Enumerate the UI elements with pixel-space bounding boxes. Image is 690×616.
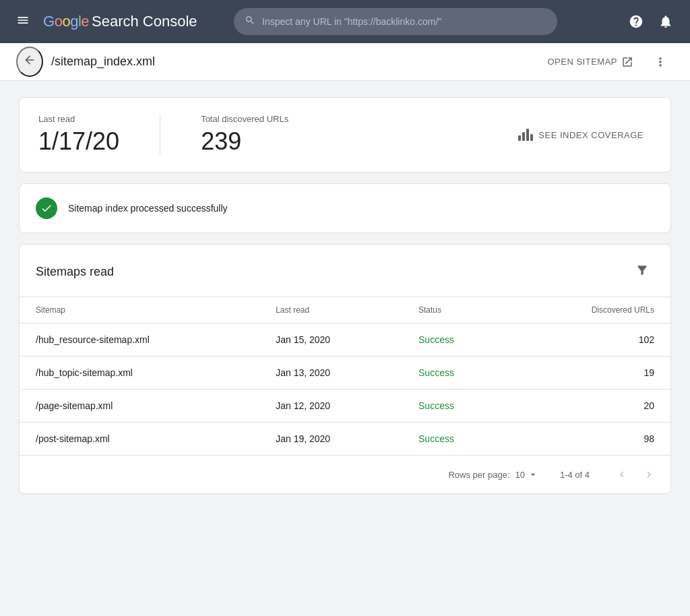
open-sitemap-label: OPEN SITEMAP (547, 57, 617, 67)
sitemaps-title: Sitemaps read (36, 265, 114, 279)
success-message: Sitemap index processed successfully (68, 203, 228, 214)
logo-google-text: Google (43, 13, 89, 30)
status-cell: Success (402, 324, 514, 357)
back-button[interactable] (16, 47, 43, 77)
page-info: 1-4 of 4 (555, 470, 595, 480)
chart-icon (518, 129, 533, 141)
app-logo: Google Search Console (43, 13, 197, 30)
discovered-urls-cell: 102 (514, 324, 670, 357)
col-discovered-urls: Discovered URLs (514, 297, 670, 324)
breadcrumb-actions: OPEN SITEMAP (539, 49, 674, 75)
rows-per-page: Rows per page: 10 (448, 469, 538, 480)
logo-sc-text: Search Console (92, 13, 197, 30)
success-card: Sitemap index processed successfully (19, 183, 671, 233)
table-row[interactable]: /hub_topic-sitemap.xml Jan 13, 2020 Succ… (20, 357, 670, 390)
status-cell: Success (402, 357, 514, 390)
last-read-label: Last read (38, 114, 119, 124)
rows-per-page-label: Rows per page: (448, 470, 509, 480)
table-row[interactable]: /hub_resource-sitemap.xml Jan 15, 2020 S… (20, 324, 670, 357)
sitemap-cell: /page-sitemap.xml (20, 390, 259, 423)
stats-card: Last read 1/17/20 Total discovered URLs … (19, 97, 671, 173)
prev-page-button (611, 464, 633, 485)
total-urls-value: 239 (201, 127, 288, 156)
col-last-read: Last read (259, 297, 402, 324)
rows-per-page-value: 10 (515, 470, 525, 480)
nav-icons (623, 8, 679, 35)
top-nav: Google Search Console (0, 0, 690, 43)
discovered-urls-cell: 20 (514, 390, 670, 423)
filter-button[interactable] (630, 258, 654, 286)
last-read-value: 1/17/20 (38, 127, 119, 156)
sitemaps-header: Sitemaps read (20, 245, 670, 297)
status-cell: Success (402, 390, 514, 423)
table-row[interactable]: /post-sitemap.xml Jan 19, 2020 Success 9… (20, 423, 670, 456)
hamburger-menu[interactable] (11, 8, 35, 36)
search-icon (245, 15, 255, 28)
notifications-button[interactable] (652, 8, 679, 35)
page-title: /sitemap_index.xml (51, 55, 155, 69)
col-sitemap: Sitemap (20, 297, 259, 324)
last-read-cell: Jan 15, 2020 (259, 324, 402, 357)
sitemaps-table-body: /hub_resource-sitemap.xml Jan 15, 2020 S… (20, 324, 670, 456)
col-status: Status (402, 297, 514, 324)
table-row[interactable]: /page-sitemap.xml Jan 12, 2020 Success 2… (20, 390, 670, 423)
last-read-stat: Last read 1/17/20 (38, 114, 119, 156)
last-read-cell: Jan 13, 2020 (259, 357, 402, 390)
open-sitemap-button[interactable]: OPEN SITEMAP (539, 51, 641, 73)
total-urls-label: Total discovered URLs (201, 114, 288, 124)
sitemap-cell: /hub_topic-sitemap.xml (20, 357, 259, 390)
discovered-urls-cell: 19 (514, 357, 670, 390)
stats-divider (160, 115, 160, 155)
rows-per-page-select[interactable]: 10 (515, 469, 538, 480)
sitemaps-card: Sitemaps read Sitemap Last read Status D… (19, 244, 671, 494)
next-page-button (638, 464, 660, 485)
last-read-cell: Jan 19, 2020 (259, 423, 402, 456)
page-navigation (611, 464, 660, 485)
see-coverage-label: SEE INDEX COVERAGE (538, 130, 644, 140)
success-icon (36, 197, 57, 219)
sitemap-cell: /hub_resource-sitemap.xml (20, 324, 259, 357)
more-options-button[interactable] (647, 49, 674, 75)
pagination: Rows per page: 10 1-4 of 4 (20, 455, 670, 493)
url-search-input[interactable] (262, 16, 546, 27)
breadcrumb-bar: /sitemap_index.xml OPEN SITEMAP (0, 43, 690, 81)
help-button[interactable] (623, 8, 650, 35)
see-index-coverage-button[interactable]: SEE INDEX COVERAGE (510, 123, 652, 146)
main-content: Last read 1/17/20 Total discovered URLs … (0, 81, 690, 510)
discovered-urls-cell: 98 (514, 423, 670, 456)
total-urls-stat: Total discovered URLs 239 (201, 114, 288, 156)
last-read-cell: Jan 12, 2020 (259, 390, 402, 423)
sitemap-cell: /post-sitemap.xml (20, 423, 259, 456)
table-header-row: Sitemap Last read Status Discovered URLs (20, 297, 670, 324)
url-search-bar[interactable] (234, 8, 557, 35)
sitemaps-table: Sitemap Last read Status Discovered URLs… (20, 297, 670, 455)
status-cell: Success (402, 423, 514, 456)
